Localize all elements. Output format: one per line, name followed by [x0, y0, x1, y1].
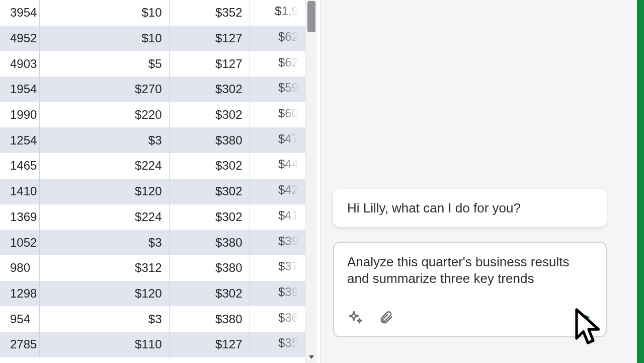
compose-box[interactable]: Analyze this quarter's business results … [333, 242, 607, 337]
cell[interactable]: $39 [250, 230, 305, 255]
cell[interactable]: $380 [169, 127, 250, 153]
cell[interactable]: $302 [169, 77, 250, 102]
cell[interactable]: 1990 [0, 102, 39, 128]
cell[interactable]: $224 [39, 204, 169, 230]
cell[interactable]: $380 [169, 230, 250, 255]
panel-accent-bar [637, 0, 644, 363]
cell[interactable]: $302 [169, 102, 250, 128]
cell[interactable]: $37 [250, 255, 305, 281]
cell[interactable]: $62 [250, 26, 305, 51]
table-row[interactable]: 1410$120$302$42 [0, 179, 305, 204]
cell[interactable]: $270 [39, 77, 169, 102]
cell[interactable]: $352 [169, 0, 250, 26]
cell-value: $35 [250, 336, 299, 350]
cell-value: $44 [250, 157, 299, 171]
spreadsheet-pane: 3954$10$352$1,94952$10$127$624903$5$127$… [0, 0, 321, 363]
cell-value: $47 [250, 132, 299, 146]
cell[interactable]: $127 [169, 332, 250, 357]
cell[interactable]: $39 [250, 281, 305, 307]
table-row[interactable]: 1369$224$302$41 [0, 204, 305, 230]
spreadsheet-viewport[interactable]: 3954$10$352$1,94952$10$127$624903$5$127$… [0, 0, 305, 363]
cell[interactable]: 1410 [0, 179, 39, 204]
table-row[interactable]: 980$312$380$37 [0, 255, 305, 281]
table-row[interactable]: 1954$270$302$59 [0, 77, 305, 102]
cell[interactable]: $380 [169, 306, 250, 332]
cell-value: $60 [250, 106, 299, 120]
cell[interactable]: $127 [169, 26, 250, 51]
cell[interactable]: 1465 [0, 153, 39, 179]
cell[interactable]: $60 [250, 102, 305, 128]
data-table: 3954$10$352$1,94952$10$127$624903$5$127$… [0, 0, 305, 357]
cell[interactable]: $3 [39, 306, 169, 332]
table-row[interactable]: 954$3$380$36 [0, 306, 305, 332]
cell-value: $62 [250, 30, 299, 44]
cell-value: $39 [250, 234, 299, 248]
cell[interactable]: 2785 [0, 332, 39, 357]
cell[interactable]: 1254 [0, 127, 39, 153]
app-root: 3954$10$352$1,94952$10$127$624903$5$127$… [0, 0, 644, 363]
cell-value: $59 [250, 81, 299, 95]
table-row[interactable]: 1298$120$302$39 [0, 281, 305, 307]
cell[interactable]: $10 [39, 0, 169, 26]
cell-value: $36 [250, 311, 299, 325]
cell[interactable]: $42 [250, 179, 305, 204]
table-row[interactable]: 4952$10$127$62 [0, 26, 305, 51]
cell[interactable]: $120 [39, 179, 169, 204]
cell-value: $62 [250, 55, 299, 69]
cell-value: $1,9 [250, 4, 299, 18]
cell[interactable]: 1052 [0, 230, 39, 255]
cell[interactable]: $302 [169, 179, 250, 204]
vertical-scrollbar[interactable] [305, 0, 316, 363]
cell[interactable]: $302 [169, 153, 250, 179]
table-row[interactable]: 1990$220$302$60 [0, 102, 305, 128]
cell[interactable]: $5 [39, 51, 169, 77]
cell[interactable]: 4952 [0, 26, 39, 51]
cell[interactable]: $36 [250, 306, 305, 332]
cell[interactable]: $127 [169, 51, 250, 77]
cell[interactable]: $10 [39, 26, 169, 51]
table-row[interactable]: 1052$3$380$39 [0, 230, 305, 255]
cell[interactable]: $224 [39, 153, 169, 179]
compose-actions [347, 306, 593, 328]
cell[interactable]: $62 [250, 51, 305, 77]
table-row[interactable]: 2785$110$127$35 [0, 332, 305, 357]
cell[interactable]: $380 [169, 255, 250, 281]
table-row[interactable]: 1465$224$302$44 [0, 153, 305, 179]
cell-value: $39 [250, 285, 299, 299]
table-row[interactable]: 4903$5$127$62 [0, 51, 305, 77]
cell-value: $41 [250, 208, 299, 223]
cell[interactable]: $120 [39, 281, 169, 307]
cell[interactable]: 1369 [0, 204, 39, 230]
compose-input[interactable]: Analyze this quarter's business results … [347, 254, 593, 306]
paperclip-icon[interactable] [377, 309, 394, 326]
cell[interactable]: $302 [169, 281, 250, 307]
cell[interactable]: 954 [0, 306, 39, 332]
cell[interactable]: 980 [0, 255, 39, 281]
cell[interactable]: $47 [250, 127, 305, 153]
cell[interactable]: $312 [39, 255, 169, 281]
sparkle-icon[interactable] [347, 309, 364, 326]
copilot-panel: Hi Lilly, what can I do for you? Analyze… [321, 0, 644, 363]
cell[interactable]: $44 [250, 153, 305, 179]
send-button[interactable] [576, 309, 593, 326]
cell[interactable]: $59 [250, 77, 305, 102]
cell[interactable]: $1,9 [250, 0, 305, 26]
cell[interactable]: $3 [39, 230, 169, 255]
assistant-message: Hi Lilly, what can I do for you? [333, 189, 607, 227]
cell[interactable]: $41 [250, 204, 305, 230]
chevron-down-icon[interactable] [308, 354, 314, 360]
cell[interactable]: $3 [39, 127, 169, 153]
cell[interactable]: $35 [250, 332, 305, 357]
assistant-message-text: Hi Lilly, what can I do for you? [347, 200, 521, 215]
cell[interactable]: $220 [39, 102, 169, 128]
cell[interactable]: $110 [39, 332, 169, 357]
cell[interactable]: 1954 [0, 77, 39, 102]
table-row[interactable]: 3954$10$352$1,9 [0, 0, 305, 26]
cell[interactable]: 4903 [0, 51, 39, 77]
cell[interactable]: 3954 [0, 0, 39, 26]
cell[interactable]: $302 [169, 204, 250, 230]
cell[interactable]: 1298 [0, 281, 39, 307]
cell-value: $42 [250, 183, 299, 197]
table-row[interactable]: 1254$3$380$47 [0, 127, 305, 153]
scrollbar-thumb[interactable] [307, 1, 315, 32]
